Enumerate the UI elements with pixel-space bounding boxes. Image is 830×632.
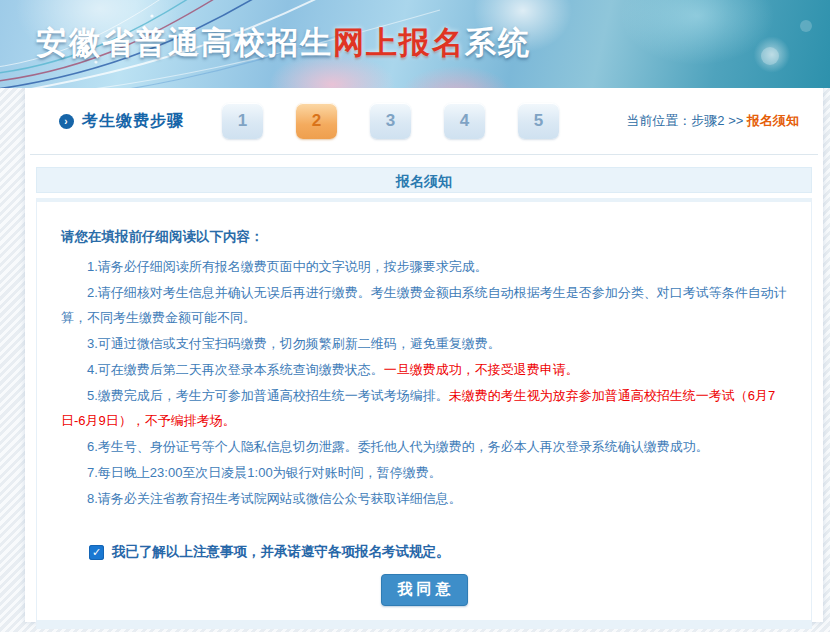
step-indicator-2: 2 <box>296 103 337 139</box>
agreement-row[interactable]: ✓ 我已了解以上注意事项，并承诺遵守各项报名考试规定。 <box>89 543 787 561</box>
step-indicator-5: 5 <box>518 103 559 139</box>
steps-title: › 考生缴费步骤 <box>59 111 184 132</box>
agreement-label: 我已了解以上注意事项，并承诺遵守各项报名考试规定。 <box>112 543 450 561</box>
notice-list: 1.请务必仔细阅读所有报名缴费页面中的文字说明，按步骤要求完成。2.请仔细核对考… <box>61 254 787 511</box>
notice-item-3: 3.可通过微信或支付宝扫码缴费，切勿频繁刷新二维码，避免重复缴费。 <box>61 331 787 356</box>
notice-panel: 请您在填报前仔细阅读以下内容： 1.请务必仔细阅读所有报名缴费页面中的文字说明，… <box>36 198 812 629</box>
notice-item-4: 4.可在缴费后第二天再次登录本系统查询缴费状态。一旦缴费成功，不接受退费申请。 <box>61 357 787 382</box>
notice-item-6: 6.考生号、身份证号等个人隐私信息切勿泄露。委托他人代为缴费的，务必本人再次登录… <box>61 434 787 459</box>
steps-separator <box>30 154 818 155</box>
notice-item-8: 8.请务必关注省教育招生考试院网站或微信公众号获取详细信息。 <box>61 486 787 511</box>
header-banner: 安徽省普通高校招生网上报名系统 <box>0 0 830 88</box>
notice-title-bar: 报名须知 <box>36 167 812 193</box>
notice-item-7: 7.每日晚上23:00至次日凌晨1:00为银行对账时间，暂停缴费。 <box>61 460 787 485</box>
steps-title-label: 考生缴费步骤 <box>82 111 184 132</box>
title-text: 安徽省普通高校招生 <box>36 25 333 60</box>
breadcrumb-separator: >> <box>728 113 743 128</box>
arrow-circle-icon: › <box>59 114 74 129</box>
warning-text: 一旦缴费成功，不接受退费申请。 <box>384 362 579 377</box>
notice-item-1: 1.请务必仔细阅读所有报名缴费页面中的文字说明，按步骤要求完成。 <box>61 254 787 279</box>
notice-item-5: 5.缴费完成后，考生方可参加普通高校招生统一考试考场编排。未缴费的考生视为放弃参… <box>61 383 787 433</box>
page-title: 安徽省普通高校招生网上报名系统 <box>36 22 531 64</box>
title-emphasis-text: 网上报名 <box>333 25 465 60</box>
notice-item-2: 2.请仔细核对考生信息并确认无误后再进行缴费。考生缴费金额由系统自动根据考生是否… <box>61 280 787 330</box>
content-wrapper: › 考生缴费步骤 12345 当前位置：步骤2 >> 报名须知 报名须知 请您在… <box>25 88 823 622</box>
steps-boxes: 12345 <box>222 103 559 139</box>
step-indicator-3: 3 <box>370 103 411 139</box>
notice-intro: 请您在填报前仔细阅读以下内容： <box>61 228 787 246</box>
breadcrumb: 当前位置：步骤2 >> 报名须知 <box>626 112 799 130</box>
step-indicator-4: 4 <box>444 103 485 139</box>
title-text: 系统 <box>465 25 531 60</box>
breadcrumb-current: 报名须知 <box>747 113 799 128</box>
agreement-checkbox[interactable]: ✓ <box>89 545 104 560</box>
button-row: 我同意 <box>61 574 787 606</box>
agree-button[interactable]: 我同意 <box>381 574 468 606</box>
step-indicator-1: 1 <box>222 103 263 139</box>
steps-bar: › 考生缴费步骤 12345 当前位置：步骤2 >> 报名须知 <box>25 88 823 154</box>
breadcrumb-prefix: 当前位置：步骤2 <box>626 113 724 128</box>
